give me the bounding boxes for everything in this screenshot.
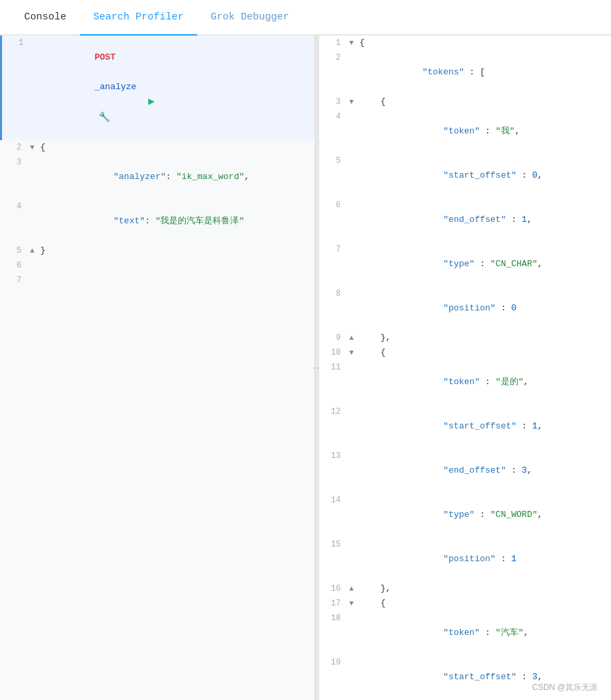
editor-line-1: 1 POST _analyze ▶ 🔧 (0, 36, 315, 140)
line-num-5: 5 (0, 243, 27, 258)
line-content-1: POST _analyze ▶ 🔧 (40, 36, 315, 140)
out-num-3: 3 (319, 95, 346, 109)
output-line-1: 1 ▼ { (319, 36, 611, 50)
out-gutter-16[interactable]: ▲ (346, 581, 357, 596)
output-area: 1 ▼ { 2 "tokens" : [ 3 ▼ { 4 (319, 36, 611, 700)
http-method: POST (95, 52, 115, 62)
right-panel: 1 ▼ { 2 "tokens" : [ 3 ▼ { 4 (319, 36, 611, 700)
line-content-3: "analyzer": "ik_max_word", (38, 155, 315, 199)
output-line-12: 12 "start_offset" : 1, (319, 404, 611, 449)
out-num-13: 13 (319, 449, 346, 463)
output-line-14: 14 "type" : "CN_WORD", (319, 493, 611, 537)
output-line-4: 4 "token" : "我", (319, 109, 611, 154)
watermark: CSDN @其乐无涯 (532, 682, 598, 693)
out-num-6: 6 (319, 198, 346, 213)
gutter-2[interactable]: ▼ (27, 140, 38, 155)
editor-line-4: 4 "text": "我是的汽车是科鲁泽" (0, 199, 315, 243)
line-num-4: 4 (0, 199, 27, 214)
out-content-14: "type" : "CN_WORD", (357, 493, 611, 537)
space (95, 67, 100, 77)
out-content-4: "token" : "我", (357, 109, 611, 154)
output-line-2: 2 "tokens" : [ (319, 50, 611, 95)
line-content-5: } (38, 243, 315, 258)
editor-line-7: 7 (0, 273, 315, 288)
top-nav: Console Search Profiler Grok Debugger (0, 0, 611, 36)
line-num-6: 6 (0, 258, 27, 273)
editor-line-5: 5 ▲ } (0, 243, 315, 258)
out-gutter-9[interactable]: ▲ (346, 331, 357, 345)
line-num-2: 2 (0, 140, 27, 155)
output-line-16: 16 ▲ }, (319, 581, 611, 596)
out-num-5: 5 (319, 154, 346, 168)
editor-line-3: 3 "analyzer": "ik_max_word", (0, 155, 315, 199)
output-line-17: 17 ▼ { (319, 596, 611, 611)
out-num-4: 4 (319, 109, 346, 124)
output-line-9: 9 ▲ }, (319, 331, 611, 345)
tab-search-profiler[interactable]: Search Profiler (80, 0, 197, 36)
api-path: _analyze (95, 82, 136, 92)
out-num-7: 7 (319, 242, 346, 257)
tab-console[interactable]: Console (11, 0, 80, 36)
editor-line-6: 6 (0, 258, 315, 273)
out-content-18: "token" : "汽车", (357, 611, 611, 655)
out-content-1: { (357, 36, 611, 50)
out-num-10: 10 (319, 345, 346, 360)
output-line-13: 13 "end_offset" : 3, (319, 449, 611, 493)
line-content-2: { (38, 140, 315, 155)
out-num-15: 15 (319, 537, 346, 552)
line-content-4: "text": "我是的汽车是科鲁泽" (38, 199, 315, 243)
left-panel: 1 POST _analyze ▶ 🔧 2 ▼ { 3 (0, 36, 315, 700)
out-content-8: "position" : 0 (357, 286, 611, 331)
out-content-3: { (357, 95, 611, 109)
output-line-15: 15 "position" : 1 (319, 537, 611, 581)
output-line-8: 8 "position" : 0 (319, 286, 611, 331)
tab-grok-debugger[interactable]: Grok Debugger (197, 0, 302, 36)
output-line-7: 7 "type" : "CN_CHAR", (319, 242, 611, 286)
out-num-2: 2 (319, 50, 346, 65)
out-content-13: "end_offset" : 3, (357, 449, 611, 493)
out-num-9: 9 (319, 331, 346, 345)
out-content-10: { (357, 345, 611, 360)
out-num-17: 17 (319, 596, 346, 611)
line-num-7: 7 (0, 273, 27, 288)
out-content-12: "start_offset" : 1, (357, 404, 611, 449)
gutter-5[interactable]: ▲ (27, 243, 38, 258)
out-content-2: "tokens" : [ (357, 50, 611, 95)
output-line-6: 6 "end_offset" : 1, (319, 198, 611, 242)
out-gutter-1[interactable]: ▼ (346, 36, 357, 50)
out-gutter-17[interactable]: ▼ (346, 596, 357, 611)
out-content-15: "position" : 1 (357, 537, 611, 581)
out-num-11: 11 (319, 360, 346, 375)
out-num-12: 12 (319, 404, 346, 419)
out-content-5: "start_offset" : 0, (357, 154, 611, 198)
main-content: 1 POST _analyze ▶ 🔧 2 ▼ { 3 (0, 36, 611, 700)
output-line-5: 5 "start_offset" : 0, (319, 154, 611, 198)
out-content-16: }, (357, 581, 611, 596)
out-content-6: "end_offset" : 1, (357, 198, 611, 242)
output-line-18: 18 "token" : "汽车", (319, 611, 611, 655)
out-num-18: 18 (319, 611, 346, 626)
line-num-1: 1 (2, 36, 29, 50)
output-line-3: 3 ▼ { (319, 95, 611, 109)
output-line-11: 11 "token" : "是的", (319, 360, 611, 404)
out-num-8: 8 (319, 286, 346, 301)
out-num-1: 1 (319, 36, 346, 50)
out-num-19: 19 (319, 655, 346, 670)
out-gutter-10[interactable]: ▼ (346, 345, 357, 360)
out-content-11: "token" : "是的", (357, 360, 611, 404)
output-line-10: 10 ▼ { (319, 345, 611, 360)
out-gutter-3[interactable]: ▼ (346, 95, 357, 109)
out-content-17: { (357, 596, 611, 611)
editor-line-2: 2 ▼ { (0, 140, 315, 155)
out-num-14: 14 (319, 493, 346, 508)
out-content-7: "type" : "CN_CHAR", (357, 242, 611, 286)
settings-button[interactable]: 🔧 (99, 112, 110, 123)
editor-area[interactable]: 1 POST _analyze ▶ 🔧 2 ▼ { 3 (0, 36, 315, 700)
out-content-9: }, (357, 331, 611, 345)
line-num-3: 3 (0, 155, 27, 170)
run-button[interactable]: ▶ (148, 96, 155, 108)
out-num-16: 16 (319, 581, 346, 596)
